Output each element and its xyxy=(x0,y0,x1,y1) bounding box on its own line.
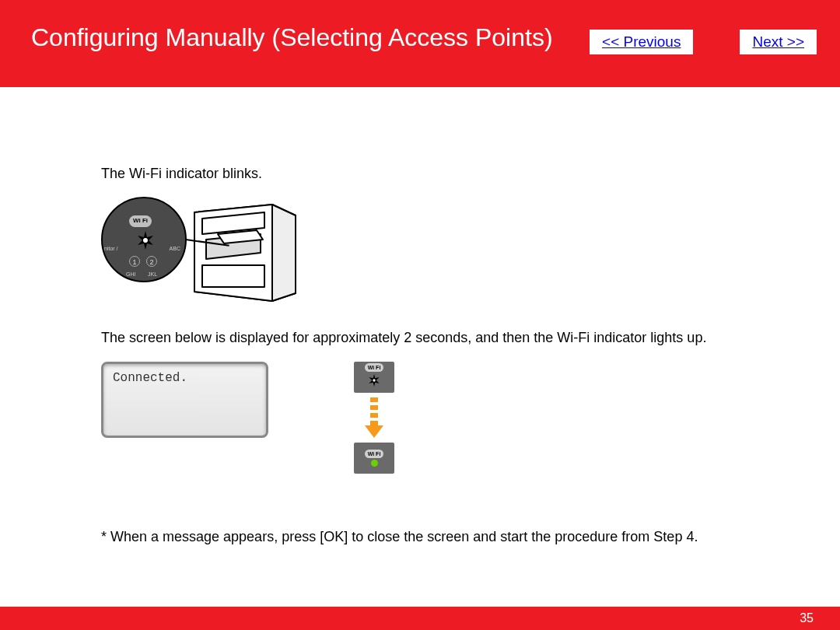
dial-number-2: 2 xyxy=(146,256,157,267)
dial-label: JKL xyxy=(148,271,157,278)
text-screen-displayed: The screen below is displayed for approx… xyxy=(101,329,739,347)
svg-rect-0 xyxy=(202,265,264,287)
wifi-badge-icon: Wi Fi xyxy=(365,450,384,458)
wifi-chip-on-icon: Wi Fi xyxy=(354,443,394,474)
arrow-down-icon xyxy=(366,397,383,438)
svg-point-4 xyxy=(373,379,375,381)
dial-label: ABC xyxy=(170,245,180,252)
lcd-screen: Connected. xyxy=(101,362,268,438)
dial-number-1: 1 xyxy=(129,256,140,267)
dial-label: nitor / xyxy=(104,245,118,252)
starburst-icon xyxy=(136,231,155,250)
text-note: * When a message appears, press [OK] to … xyxy=(101,528,739,546)
printer-illustration: Wi Fi 1 2 nitor / ABC GHI JKL xyxy=(101,197,739,306)
dial-label: GHI xyxy=(126,271,135,278)
next-button[interactable]: Next >> xyxy=(740,30,817,54)
control-dial-icon: Wi Fi 1 2 nitor / ABC GHI JKL xyxy=(101,197,187,282)
text-wifi-blinks: The Wi-Fi indicator blinks. xyxy=(101,165,739,183)
wifi-chip-blinking-icon: Wi Fi xyxy=(354,362,394,393)
wifi-state-diagram: Wi Fi Wi Fi xyxy=(354,362,394,474)
page-number: 35 xyxy=(800,611,814,625)
nav-buttons: << Previous Next >> xyxy=(590,30,817,54)
lcd-text: Connected. xyxy=(113,371,187,385)
svg-point-2 xyxy=(143,238,148,243)
status-illustration-row: Connected. Wi Fi Wi Fi xyxy=(101,362,739,474)
wifi-badge-icon: Wi Fi xyxy=(365,363,384,372)
previous-button[interactable]: << Previous xyxy=(590,30,693,54)
header-bar: Configuring Manually (Selecting Access P… xyxy=(0,0,840,87)
wifi-badge-icon: Wi Fi xyxy=(129,215,152,226)
footer-bar: 35 xyxy=(0,607,840,630)
led-on-icon xyxy=(371,460,378,467)
page-title: Configuring Manually (Selecting Access P… xyxy=(31,23,553,52)
content-area: The Wi-Fi indicator blinks. xyxy=(0,87,840,546)
starburst-icon xyxy=(368,373,380,391)
